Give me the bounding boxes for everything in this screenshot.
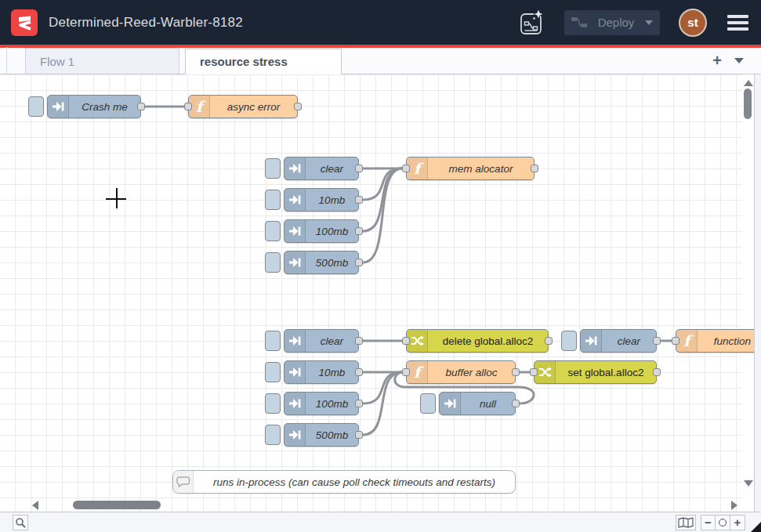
output-port[interactable] — [355, 196, 363, 204]
zoom-reset-button[interactable] — [716, 515, 730, 530]
inject-node-100mb-2[interactable]: 100mb — [284, 392, 359, 415]
deploy-nodes-icon — [571, 16, 587, 28]
navigator-button[interactable] — [676, 515, 696, 530]
workspace-grid — [0, 74, 742, 512]
inject-node-clear-2[interactable]: clear — [284, 329, 359, 353]
function-node-async-error[interactable]: f async error — [188, 95, 298, 118]
function-glyph: f — [196, 100, 202, 114]
inject-icon — [284, 330, 306, 352]
zoom-out-button[interactable]: − — [701, 515, 716, 530]
output-port[interactable] — [512, 368, 520, 376]
deploy-label: Deploy — [593, 16, 639, 29]
output-port[interactable] — [531, 165, 538, 172]
function-icon: f — [676, 330, 698, 352]
add-flow-button[interactable]: + — [712, 52, 722, 68]
input-port[interactable] — [402, 368, 410, 376]
scroll-down-arrow[interactable] — [744, 480, 753, 487]
map-icon — [678, 517, 694, 528]
inject-icon — [284, 393, 306, 414]
flow-workspace[interactable]: Crash me f async error clear 10mb 100mb — [0, 74, 761, 512]
vertical-scrollbar-thumb[interactable] — [744, 89, 752, 119]
input-port[interactable] — [672, 337, 679, 345]
horizontal-scrollbar-thumb[interactable] — [73, 501, 161, 509]
shuffle-icon — [535, 361, 556, 383]
node-label: Crash me — [69, 101, 140, 113]
inject-trigger-button[interactable] — [561, 331, 577, 351]
function-icon: f — [407, 361, 428, 383]
magnifier-icon — [15, 517, 26, 528]
output-port[interactable] — [355, 259, 363, 266]
output-port[interactable] — [137, 103, 145, 110]
change-node-set-global-alloc2[interactable]: set global.alloc2 — [534, 360, 657, 384]
flowfuse-logo[interactable] — [11, 9, 38, 36]
node-label: delete global.alloc2 — [428, 335, 548, 347]
inject-icon — [284, 361, 306, 383]
deploy-options-caret[interactable] — [645, 20, 653, 25]
function-node-buffer-alloc[interactable]: f buffer alloc — [406, 360, 516, 384]
inject-icon — [581, 330, 602, 352]
inject-node-100mb[interactable]: 100mb — [284, 219, 359, 243]
inject-trigger-button[interactable] — [265, 393, 281, 414]
output-port[interactable] — [653, 368, 661, 376]
output-port[interactable] — [653, 337, 661, 345]
flow-list-caret[interactable] — [734, 58, 744, 63]
output-port[interactable] — [294, 103, 302, 110]
function-node-function[interactable]: f function — [676, 329, 761, 353]
output-port[interactable] — [355, 337, 363, 345]
scroll-left-arrow[interactable] — [32, 501, 38, 510]
input-port[interactable] — [530, 368, 538, 376]
inject-node-crash-me[interactable]: Crash me — [47, 95, 141, 118]
scroll-up-arrow[interactable] — [744, 80, 753, 86]
right-edge-strip — [754, 74, 761, 512]
main-menu-button[interactable] — [726, 13, 750, 32]
function-glyph: f — [414, 365, 420, 380]
inject-trigger-button[interactable] — [265, 252, 281, 273]
node-label: 100mb — [306, 398, 358, 410]
output-port[interactable] — [355, 431, 363, 439]
inject-node-clear[interactable]: clear — [284, 157, 359, 180]
inject-node-10mb[interactable]: 10mb — [284, 188, 359, 212]
function-node-mem-alocator[interactable]: f mem alocator — [406, 157, 535, 180]
flowfuse-logo-glyph — [15, 13, 34, 32]
inject-node-null[interactable]: null — [439, 392, 516, 415]
inject-node-10mb-2[interactable]: 10mb — [284, 360, 359, 384]
function-glyph: f — [414, 161, 420, 176]
output-port[interactable] — [545, 337, 553, 345]
inject-trigger-button[interactable] — [265, 425, 281, 445]
node-label: clear — [306, 163, 358, 175]
output-port[interactable] — [355, 368, 363, 376]
search-button[interactable] — [13, 515, 28, 530]
deploy-button[interactable]: Deploy — [564, 10, 660, 35]
output-port[interactable] — [355, 165, 363, 172]
tab-resource-stress[interactable]: resource stress — [185, 49, 342, 74]
input-port[interactable] — [402, 337, 410, 345]
input-port[interactable] — [402, 165, 410, 172]
inject-trigger-button[interactable] — [420, 393, 436, 414]
instance-title: Determined-Reed-Warbler-8182 — [49, 15, 243, 31]
inject-trigger-button[interactable] — [265, 362, 281, 382]
input-port[interactable] — [184, 103, 192, 110]
output-port[interactable] — [355, 400, 363, 407]
comment-label: runs in-process (can cause poll check ti… — [194, 476, 515, 488]
output-port[interactable] — [355, 227, 363, 235]
ai-assistant-icon[interactable] — [519, 8, 545, 38]
zoom-reset-icon — [719, 519, 727, 527]
inject-trigger-button[interactable] — [265, 221, 281, 241]
node-label: buffer alloc — [428, 367, 515, 378]
user-avatar[interactable]: st — [679, 9, 707, 37]
scroll-right-arrow[interactable] — [731, 501, 737, 510]
inject-trigger-button[interactable] — [28, 96, 44, 117]
inject-trigger-button[interactable] — [265, 158, 281, 179]
tab-flow-1[interactable]: Flow 1 — [25, 48, 179, 74]
change-node-delete-global-alloc2[interactable]: delete global.alloc2 — [406, 329, 549, 353]
inject-trigger-button[interactable] — [265, 331, 281, 351]
output-port[interactable] — [512, 400, 520, 407]
inject-node-clear-3[interactable]: clear — [580, 329, 657, 353]
zoom-in-button[interactable]: + — [730, 515, 745, 530]
comment-node[interactable]: runs in-process (can cause poll check ti… — [172, 470, 516, 494]
inject-node-500mb-2[interactable]: 500mb — [284, 423, 359, 447]
speech-bubble-icon — [173, 471, 194, 493]
inject-trigger-button[interactable] — [265, 190, 281, 210]
tabbar-gutter — [0, 47, 7, 74]
inject-node-500mb[interactable]: 500mb — [284, 251, 359, 274]
